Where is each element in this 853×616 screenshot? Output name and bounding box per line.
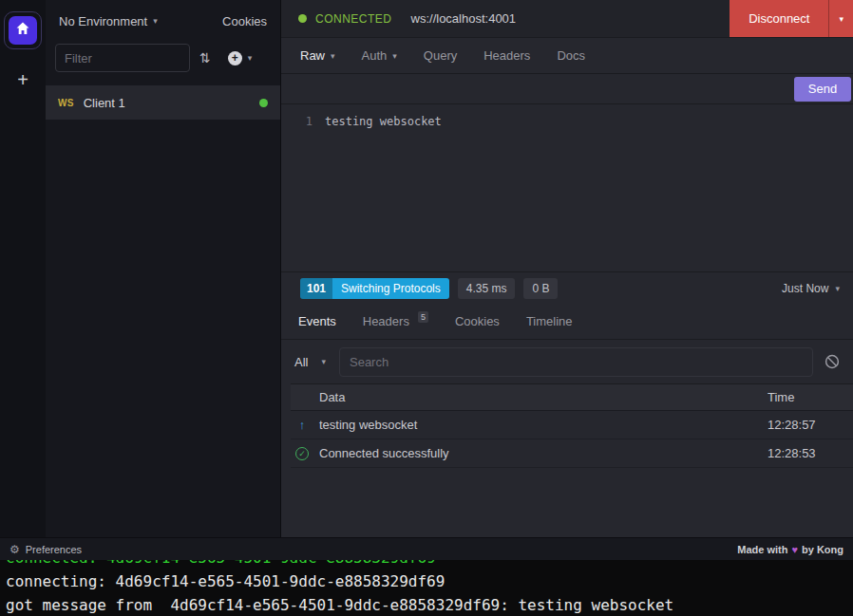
tab-response-headers[interactable]: Headers 5	[350, 304, 442, 339]
icon-cell: ↑	[291, 418, 313, 432]
preferences-label: Preferences	[26, 544, 82, 555]
tab-events-label: Events	[298, 314, 336, 328]
elapsed-time-badge: 4.35 ms	[458, 278, 516, 299]
disconnect-button[interactable]: Disconnect	[730, 0, 828, 37]
tab-response-cookies[interactable]: Cookies	[442, 304, 513, 339]
icon-cell: ✓	[291, 447, 313, 460]
sidebar-filter-row: ⇅ + ▾	[46, 42, 280, 74]
status-code: 101	[300, 278, 332, 299]
sidebar: No Environment ▾ Cookies ⇅ + ▾ WS Client…	[46, 0, 281, 537]
events-table: Data Time ↑ testing websocket 12:28:57 ✓…	[291, 383, 853, 468]
terminal-line: got message from 4d69cf14-e565-4501-9ddc…	[6, 593, 853, 616]
client-name: Client 1	[84, 96, 125, 110]
editor-line: 1 testing websocket	[281, 113, 853, 130]
events-filter-row: All ▾	[281, 340, 853, 383]
event-search-input[interactable]	[339, 347, 813, 377]
preferences-button[interactable]: ⚙ Preferences	[9, 543, 82, 556]
event-time-cell: 12:28:57	[768, 418, 853, 432]
terminal-line: connecting: 4d69cf14-e565-4501-9ddc-e885…	[6, 569, 853, 593]
tab-events[interactable]: Events	[285, 304, 350, 339]
message-editor[interactable]: 1 testing websocket	[281, 104, 853, 271]
url-input[interactable]: ws://localhost:4001	[411, 11, 517, 26]
made-with-kong: Made with ♥ by Kong	[737, 544, 844, 555]
tab-raw-label: Raw	[300, 48, 325, 63]
tab-docs-label: Docs	[557, 48, 585, 63]
status-badge: 101 Switching Protocols	[300, 278, 449, 299]
tab-headers[interactable]: Headers	[470, 38, 543, 73]
made-with-text: Made with	[737, 544, 787, 555]
event-data-cell: testing websocket	[313, 418, 768, 432]
heart-icon: ♥	[791, 544, 798, 555]
connection-status: CONNECTED	[315, 12, 392, 26]
sidebar-header: No Environment ▾ Cookies	[46, 0, 280, 42]
tab-auth[interactable]: Auth ▾	[349, 38, 410, 73]
add-request-button[interactable]: + ▾	[228, 51, 253, 65]
event-time-cell: 12:28:53	[768, 446, 853, 460]
tab-timeline-label: Timeline	[526, 314, 573, 328]
status-reason: Switching Protocols	[332, 278, 449, 299]
activity-bar: +	[0, 0, 46, 537]
chevron-down-icon: ▾	[331, 51, 335, 61]
connected-dot-icon	[259, 99, 268, 107]
insomnia-window: + No Environment ▾ Cookies ⇅ + ▾ WS C	[0, 0, 853, 560]
environment-selector[interactable]: No Environment ▾	[59, 14, 158, 28]
response-meta-bar: 101 Switching Protocols 4.35 ms 0 B Just…	[281, 271, 853, 304]
chevron-down-icon: ▾	[392, 51, 397, 61]
connection-bar: CONNECTED ws://localhost:4001 Disconnect…	[281, 0, 853, 38]
tab-query-label: Query	[424, 48, 457, 63]
tab-response-cookies-label: Cookies	[455, 314, 500, 328]
chevron-down-icon: ▾	[321, 357, 326, 366]
editor-text: testing websocket	[325, 113, 442, 130]
by-kong-text: by Kong	[802, 544, 844, 555]
table-row[interactable]: ↑ testing websocket 12:28:57	[291, 411, 853, 439]
terminal-line: connected: 4d69cf14-e565-4501-9ddc-e8858…	[6, 560, 853, 569]
tab-docs[interactable]: Docs	[543, 38, 598, 73]
check-circle-icon: ✓	[295, 447, 309, 460]
chevron-down-icon: ▾	[248, 53, 253, 63]
filter-input[interactable]	[55, 44, 190, 72]
data-column-header: Data	[313, 390, 768, 404]
chevron-down-icon: ▾	[839, 14, 844, 24]
plus-circle-icon: +	[228, 51, 242, 65]
event-type-value: All	[294, 355, 308, 369]
event-type-select[interactable]: All ▾	[293, 355, 328, 369]
response-history-dropdown[interactable]: Just Now ▾	[782, 282, 840, 295]
send-button[interactable]: Send	[794, 77, 851, 102]
new-workspace-button[interactable]: +	[17, 70, 28, 89]
sort-icon[interactable]: ⇅	[199, 50, 211, 65]
environment-label: No Environment	[59, 14, 147, 28]
disconnect-button-group: Disconnect ▾	[730, 0, 853, 37]
app-body: + No Environment ▾ Cookies ⇅ + ▾ WS C	[0, 0, 853, 537]
time-column-header: Time	[768, 390, 853, 404]
home-button-ring	[4, 11, 42, 49]
response-empty-space	[281, 468, 853, 537]
status-dot-icon	[298, 14, 307, 23]
chevron-down-icon: ▾	[835, 284, 840, 293]
table-row[interactable]: ✓ Connected successfully 12:28:53	[291, 439, 853, 468]
tab-headers-label: Headers	[483, 48, 530, 63]
status-bar: ⚙ Preferences Made with ♥ by Kong	[0, 537, 853, 560]
main-pane: CONNECTED ws://localhost:4001 Disconnect…	[281, 0, 853, 537]
tab-query[interactable]: Query	[410, 38, 470, 73]
tab-auth-label: Auth	[362, 48, 388, 63]
tab-timeline[interactable]: Timeline	[513, 304, 586, 339]
gear-icon: ⚙	[9, 543, 20, 556]
home-button[interactable]	[9, 16, 37, 45]
tab-response-headers-label: Headers	[363, 314, 409, 328]
clear-filter-icon[interactable]	[825, 354, 840, 369]
sidebar-item-client-1[interactable]: WS Client 1	[46, 85, 280, 120]
disconnect-dropdown-button[interactable]: ▾	[828, 0, 853, 37]
home-icon	[15, 21, 30, 40]
chevron-down-icon: ▾	[153, 16, 158, 26]
tab-raw[interactable]: Raw ▾	[287, 38, 349, 73]
ws-method-tag: WS	[58, 98, 74, 108]
table-header-row: Data Time	[291, 383, 853, 411]
recency-label: Just Now	[782, 282, 828, 295]
headers-count-badge: 5	[418, 311, 428, 323]
cookies-button[interactable]: Cookies	[222, 14, 267, 28]
terminal-output: connected: 4d69cf14-e565-4501-9ddc-e8858…	[0, 560, 853, 616]
response-tabs: Events Headers 5 Cookies Timeline	[281, 304, 853, 340]
arrow-up-icon: ↑	[299, 418, 306, 432]
size-badge: 0 B	[523, 278, 558, 299]
request-tabs: Raw ▾ Auth ▾ Query Headers Docs	[281, 38, 853, 74]
